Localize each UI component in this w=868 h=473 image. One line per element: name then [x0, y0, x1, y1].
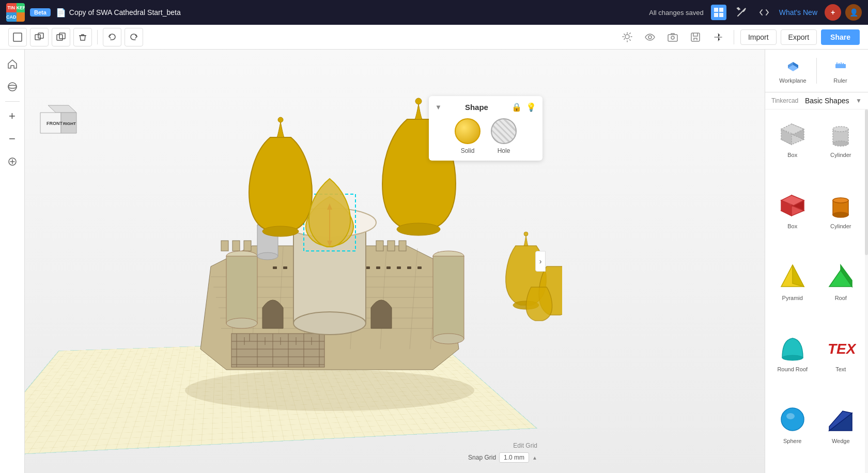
ruler-button[interactable]: Ruler — [817, 54, 864, 88]
new-shape-button[interactable] — [8, 28, 27, 46]
svg-rect-44 — [283, 266, 287, 269]
shape-item-cyl-gray[interactable]: Cylinder — [818, 114, 864, 183]
shape-label-roof: Roof — [835, 295, 847, 301]
svg-rect-4 — [13, 33, 22, 41]
svg-marker-117 — [793, 265, 804, 287]
svg-point-14 — [8, 83, 17, 91]
shape-label-cyl-orange: Cylinder — [830, 223, 851, 229]
saved-status: All changes saved — [649, 9, 704, 17]
box-red-icon — [777, 189, 808, 220]
svg-rect-26 — [376, 241, 383, 251]
hole-sphere-icon — [491, 118, 517, 144]
home-view-button[interactable] — [3, 55, 22, 73]
svg-point-86 — [415, 98, 422, 104]
library-dropdown[interactable]: Tinkercad Basic Shapes ▼ — [765, 92, 868, 109]
cyl-gray-icon — [825, 118, 856, 149]
user-avatar-area[interactable]: + 👤 — [825, 4, 862, 21]
toolbar: Import Export Share — [0, 25, 868, 50]
svg-rect-5 — [35, 35, 40, 40]
align-icon-button[interactable] — [709, 28, 727, 46]
codeblocks-button[interactable] — [756, 5, 772, 20]
solid-label: Solid — [461, 147, 475, 154]
bulb-icon-button[interactable]: 💡 — [526, 102, 536, 112]
solid-option[interactable]: Solid — [455, 118, 481, 154]
hole-option[interactable]: Hole — [491, 118, 517, 154]
svg-rect-49 — [407, 266, 411, 269]
sphere-icon — [777, 404, 808, 435]
whats-new-button[interactable]: What's New — [779, 8, 817, 17]
svg-point-85 — [397, 223, 440, 235]
view-cube[interactable]: FRONT RIGHT — [35, 101, 82, 148]
view-icon-button[interactable] — [641, 28, 659, 46]
svg-rect-21 — [244, 241, 251, 251]
library-collection: Basic Shapes — [805, 97, 849, 105]
svg-text:TEXT: TEXT — [828, 341, 856, 357]
shape-item-roof[interactable]: Roof — [818, 257, 864, 326]
group-button[interactable] — [30, 28, 49, 46]
grid-view-button[interactable] — [711, 5, 726, 20]
shape-label-round-roof: Round Roof — [777, 366, 808, 372]
save-icon-button[interactable] — [686, 28, 705, 46]
light-icon-button[interactable] — [618, 28, 637, 46]
viewport[interactable]: FRONT RIGHT ▼ Shape 🔒 💡 Solid — [25, 50, 765, 473]
lock-icon-button[interactable]: 🔒 — [512, 102, 522, 112]
shape-label-box-red: Box — [787, 223, 797, 229]
svg-rect-45 — [366, 266, 370, 269]
redo-button[interactable] — [125, 28, 143, 46]
pyramid-icon — [777, 261, 808, 292]
shape-item-text[interactable]: TEXT Text — [818, 328, 864, 397]
svg-point-10 — [648, 36, 652, 39]
svg-rect-1 — [719, 8, 723, 12]
workplane-button[interactable]: Workplane — [769, 54, 816, 88]
top-nav: TIN KER CAD Beta 📄 Copy of SWA Cathedral… — [0, 0, 868, 25]
scrollbar-track[interactable] — [865, 109, 868, 473]
orbit-button[interactable] — [3, 77, 22, 96]
svg-rect-69 — [226, 256, 257, 323]
shape-item-box-red[interactable]: Box — [769, 185, 816, 254]
svg-rect-2 — [714, 13, 718, 17]
shape-item-wedge[interactable]: Wedge — [818, 400, 864, 469]
shape-item-sphere[interactable]: Sphere — [769, 400, 816, 469]
svg-rect-0 — [714, 8, 718, 12]
tools-button[interactable] — [734, 5, 749, 20]
camera-icon-button[interactable] — [663, 28, 682, 46]
library-name: Tinkercad — [771, 97, 798, 104]
svg-rect-6 — [38, 33, 43, 38]
left-divider — [5, 101, 20, 102]
toolbar-divider2 — [734, 30, 734, 44]
shapes-grid: Box Cylinder — [765, 109, 868, 473]
tinkercad-logo[interactable]: TIN KER CAD — [6, 3, 25, 22]
shape-item-pyramid[interactable]: Pyramid — [769, 257, 816, 326]
ruler-icon — [833, 58, 848, 75]
workplane-icon — [786, 58, 800, 75]
zoom-out-button[interactable]: − — [3, 130, 22, 148]
svg-text:RIGHT: RIGHT — [63, 121, 76, 126]
svg-point-15 — [8, 85, 17, 88]
collapse-panel-button[interactable]: › — [535, 251, 546, 272]
svg-rect-13 — [691, 33, 700, 41]
left-sidebar: + − — [0, 50, 25, 473]
shape-label-wedge: Wedge — [832, 438, 850, 444]
svg-rect-43 — [273, 266, 277, 269]
share-button[interactable]: Share — [821, 29, 860, 45]
fit-view-button[interactable] — [3, 152, 22, 171]
undo-button[interactable] — [103, 28, 121, 46]
shape-item-cyl-orange[interactable]: Cylinder — [818, 185, 864, 254]
svg-point-76 — [257, 253, 278, 260]
round-roof-icon — [777, 332, 808, 363]
zoom-in-button[interactable]: + — [3, 107, 22, 125]
scrollbar-thumb[interactable] — [865, 109, 868, 255]
svg-point-84 — [278, 117, 283, 122]
shape-item-round-roof[interactable]: Round Roof — [769, 328, 816, 397]
library-info: Tinkercad — [771, 97, 798, 104]
import-button[interactable]: Import — [740, 29, 777, 45]
delete-button[interactable] — [73, 28, 92, 46]
svg-rect-72 — [433, 256, 464, 339]
roof-icon — [825, 261, 856, 292]
svg-point-88 — [524, 232, 528, 236]
duplicate-button[interactable] — [52, 28, 70, 46]
main-layout: + − — [0, 50, 868, 473]
shape-item-box-gray[interactable]: Box — [769, 114, 816, 183]
export-button[interactable]: Export — [781, 29, 817, 45]
snap-value[interactable]: 1.0 mm — [499, 452, 529, 463]
